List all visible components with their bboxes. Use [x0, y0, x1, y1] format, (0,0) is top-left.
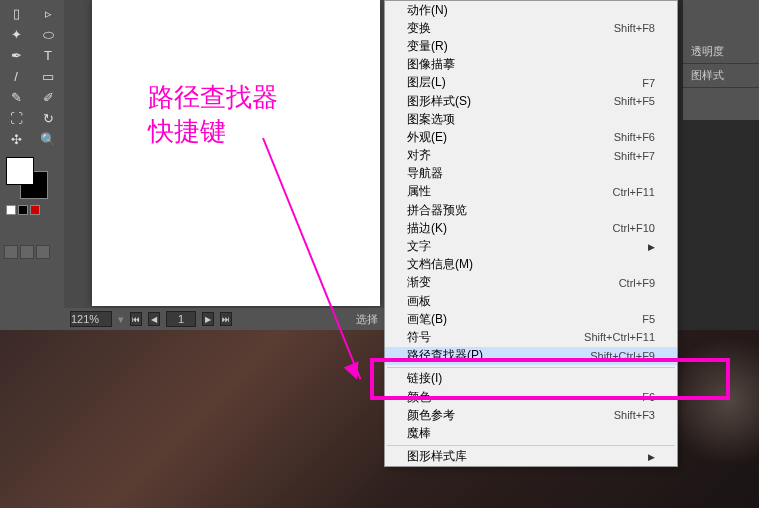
menu-hotkey: Ctrl+F11	[613, 186, 656, 198]
menu-item-6[interactable]: 图案选项	[385, 110, 677, 128]
tool-pen[interactable]: ✒	[4, 45, 28, 66]
tool-eyedropper[interactable]: ✣	[4, 129, 28, 150]
menu-label: 图案选项	[407, 111, 455, 128]
menu-label: 图形样式(S)	[407, 93, 471, 110]
menu-item-24[interactable]: 图形样式库▶	[385, 448, 677, 466]
submenu-arrow-icon: ▶	[648, 452, 655, 462]
menu-item-11[interactable]: 拼合器预览	[385, 201, 677, 219]
menu-label: 动作(N)	[407, 2, 448, 19]
menu-hotkey: Shift+F7	[614, 150, 655, 162]
menu-item-12[interactable]: 描边(K)Ctrl+F10	[385, 219, 677, 237]
menu-item-8[interactable]: 对齐Shift+F7	[385, 147, 677, 165]
menu-label: 对齐	[407, 147, 431, 164]
menu-label: 导航器	[407, 165, 443, 182]
menu-item-1[interactable]: 变换Shift+F8	[385, 19, 677, 37]
tool-type[interactable]: T	[36, 45, 60, 66]
menu-hotkey: F6	[642, 391, 655, 403]
submenu-arrow-icon: ▶	[648, 242, 655, 252]
tool-zoom[interactable]: 🔍	[36, 129, 60, 150]
menu-item-17[interactable]: 画笔(B)F5	[385, 310, 677, 328]
status-text: 选择	[356, 312, 378, 327]
menu-item-20[interactable]: 链接(I)	[385, 370, 677, 388]
menu-label: 路径查找器(P)	[407, 347, 483, 364]
tool-selection[interactable]: ▯	[4, 3, 28, 24]
menu-item-4[interactable]: 图层(L)F7	[385, 74, 677, 92]
menu-hotkey: Shift+Ctrl+F9	[590, 350, 655, 362]
nav-next[interactable]: ▶	[202, 312, 214, 326]
menu-item-13[interactable]: 文字▶	[385, 237, 677, 255]
tools-panel: ▯▹ ✦⬭ ✒T /▭ ✎✐ ⛶↻ ✣🔍	[0, 0, 64, 330]
menu-hotkey: Shift+F6	[614, 131, 655, 143]
menu-label: 外观(E)	[407, 129, 447, 146]
menu-label: 符号	[407, 329, 431, 346]
menu-hotkey: F5	[642, 313, 655, 325]
menu-hotkey: Shift+F3	[614, 409, 655, 421]
menu-label: 链接(I)	[407, 370, 442, 387]
canvas-area: ▾ ⏮ ◀ ▶ ⏭ 选择	[64, 0, 384, 330]
menu-item-19[interactable]: 路径查找器(P)Shift+Ctrl+F9	[385, 347, 677, 365]
menu-label: 画板	[407, 293, 431, 310]
menu-item-16[interactable]: 画板	[385, 292, 677, 310]
tool-wand[interactable]: ✦	[4, 24, 28, 45]
tool-pencil[interactable]: ✐	[36, 87, 60, 108]
menu-label: 变换	[407, 20, 431, 37]
menu-item-5[interactable]: 图形样式(S)Shift+F5	[385, 92, 677, 110]
artboard[interactable]	[92, 0, 380, 306]
mode-icons[interactable]	[0, 245, 64, 259]
menu-item-21[interactable]: 颜色F6	[385, 388, 677, 406]
menu-label: 画笔(B)	[407, 311, 447, 328]
menu-item-14[interactable]: 文档信息(M)	[385, 256, 677, 274]
window-menu: 动作(N)变换Shift+F8变量(R)图像描摹图层(L)F7图形样式(S)Sh…	[384, 0, 678, 467]
tool-lasso[interactable]: ⬭	[36, 24, 60, 45]
menu-hotkey: Shift+F5	[614, 95, 655, 107]
menu-label: 描边(K)	[407, 220, 447, 237]
menu-hotkey: Shift+F8	[614, 22, 655, 34]
right-panels: 透明度 图样式	[683, 0, 759, 120]
menu-label: 图层(L)	[407, 74, 446, 91]
menu-hotkey: Shift+Ctrl+F11	[584, 331, 655, 343]
tool-rect[interactable]: ▭	[36, 66, 60, 87]
page-input[interactable]	[166, 311, 196, 327]
tool-line[interactable]: /	[4, 66, 28, 87]
nav-last[interactable]: ⏭	[220, 312, 232, 326]
menu-item-9[interactable]: 导航器	[385, 165, 677, 183]
tool-brush[interactable]: ✎	[4, 87, 28, 108]
color-swatch[interactable]	[0, 149, 64, 223]
menu-hotkey: F7	[642, 77, 655, 89]
zoom-input[interactable]	[70, 311, 112, 327]
menu-item-22[interactable]: 颜色参考Shift+F3	[385, 406, 677, 424]
nav-first[interactable]: ⏮	[130, 312, 142, 326]
menu-label: 变量(R)	[407, 38, 448, 55]
menu-item-18[interactable]: 符号Shift+Ctrl+F11	[385, 328, 677, 346]
menu-item-3[interactable]: 图像描摹	[385, 56, 677, 74]
menu-item-23[interactable]: 魔棒	[385, 424, 677, 442]
menu-item-15[interactable]: 渐变Ctrl+F9	[385, 274, 677, 292]
menu-label: 魔棒	[407, 425, 431, 442]
tool-direct[interactable]: ▹	[36, 3, 60, 24]
menu-label: 渐变	[407, 274, 431, 291]
menu-hotkey: Ctrl+F9	[619, 277, 655, 289]
tool-rotate[interactable]: ↻	[36, 108, 60, 129]
status-bar: ▾ ⏮ ◀ ▶ ⏭ 选择	[64, 308, 384, 330]
foreground-color[interactable]	[6, 157, 34, 185]
menu-item-10[interactable]: 属性Ctrl+F11	[385, 183, 677, 201]
tool-scale[interactable]: ⛶	[4, 108, 28, 129]
menu-label: 文字	[407, 238, 431, 255]
menu-label: 属性	[407, 183, 431, 200]
menu-item-2[interactable]: 变量(R)	[385, 37, 677, 55]
menu-item-7[interactable]: 外观(E)Shift+F6	[385, 128, 677, 146]
default-colors[interactable]	[6, 205, 58, 215]
menu-label: 颜色	[407, 389, 431, 406]
menu-label: 颜色参考	[407, 407, 455, 424]
menu-item-0[interactable]: 动作(N)	[385, 1, 677, 19]
nav-prev[interactable]: ◀	[148, 312, 160, 326]
menu-label: 拼合器预览	[407, 202, 467, 219]
menu-label: 图像描摹	[407, 56, 455, 73]
panel-opacity[interactable]: 透明度	[683, 40, 759, 64]
menu-hotkey: Ctrl+F10	[613, 222, 656, 234]
panel-graphic-styles[interactable]: 图样式	[683, 64, 759, 88]
menu-label: 文档信息(M)	[407, 256, 473, 273]
menu-label: 图形样式库	[407, 448, 467, 465]
